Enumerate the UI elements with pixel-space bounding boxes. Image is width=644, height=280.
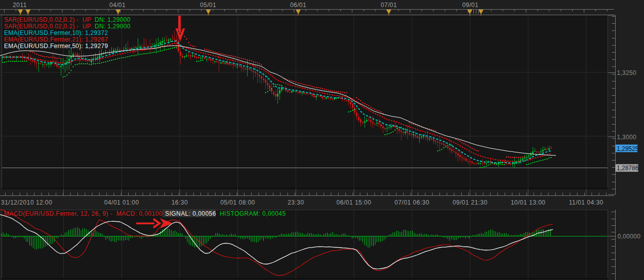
svg-text:EMA(EUR/USD.Fermer,10): 1,2937: EMA(EUR/USD.Fermer,10): 1,29372	[4, 29, 108, 36]
svg-text:07/01 06:30: 07/01 06:30	[394, 199, 429, 206]
svg-text:DN: 1,29000: DN: 1,29000	[95, 23, 131, 30]
svg-text:23:30: 23:30	[288, 199, 304, 206]
svg-text:1,28786: 1,28786	[617, 165, 639, 172]
svg-text:05/01 08:00: 05/01 08:00	[220, 199, 255, 206]
svg-text:11/01 04:30: 11/01 04:30	[569, 199, 603, 206]
svg-text:EMA(EUR/USD.Fermer,50): 1,2927: EMA(EUR/USD.Fermer,50): 1,29279	[4, 43, 108, 50]
svg-text:SAR(EUR/USD,0.02,0.2) - UP: SAR(EUR/USD,0.02,0.2) - UP	[4, 23, 91, 30]
svg-text:06/01 15:00: 06/01 15:00	[337, 199, 372, 206]
svg-text:2011: 2011	[13, 2, 26, 9]
svg-text:05/01: 05/01	[200, 2, 216, 9]
svg-text:09/01: 09/01	[462, 2, 478, 9]
svg-text:0,00000: 0,00000	[618, 233, 641, 240]
svg-text:SIGNAL: 0,00056: SIGNAL: 0,00056	[165, 210, 216, 217]
svg-text:1,29525: 1,29525	[617, 145, 639, 152]
svg-text:07/01: 07/01	[381, 2, 397, 9]
svg-text:10/01 13:00: 10/01 13:00	[511, 199, 546, 206]
svg-text:06/01: 06/01	[290, 2, 306, 9]
svg-text:16:30: 16:30	[172, 199, 188, 206]
svg-text:1,3250: 1,3250	[617, 69, 637, 76]
svg-text:04/01 01:00: 04/01 01:00	[104, 199, 139, 206]
svg-text:SAR(EUR/USD,0.02,0.2) - UP: SAR(EUR/USD,0.02,0.2) - UP	[4, 16, 91, 23]
svg-text:1,3000: 1,3000	[617, 134, 637, 141]
svg-text:HISTOGRAM: 0,00045: HISTOGRAM: 0,00045	[220, 210, 286, 217]
svg-text:MACD(EUR/USD.Fermer, 12, 26, 9: MACD(EUR/USD.Fermer, 12, 26, 9) - MACD: …	[4, 210, 163, 217]
svg-text:EMA(EUR/USD.Fermer,21): 1,2926: EMA(EUR/USD.Fermer,21): 1,29267	[4, 36, 108, 43]
svg-text:31/12/2010 12:00: 31/12/2010 12:00	[1, 199, 52, 206]
svg-text:04/01: 04/01	[109, 2, 126, 9]
svg-text:09/01 21:30: 09/01 21:30	[453, 199, 488, 206]
svg-text:DN: 1,29000: DN: 1,29000	[95, 16, 131, 23]
